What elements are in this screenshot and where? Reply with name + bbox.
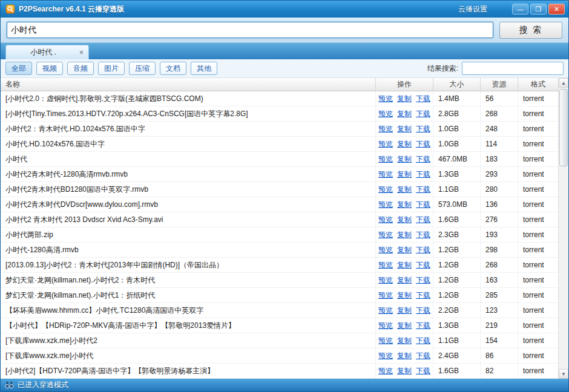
table-row[interactable]: 小时代2青木时代DVDscr[www.dylou.com].rmvb 预览 复制… <box>1 197 558 212</box>
copy-link[interactable]: 复制 <box>397 109 412 119</box>
table-row[interactable]: 【小时代】【HDRip-720P-MKV高清-国语中字】【郭敬明2013爱情片】… <box>1 318 558 333</box>
preview-link[interactable]: 预览 <box>378 290 393 301</box>
preview-link[interactable]: 预览 <box>378 245 393 255</box>
table-row[interactable]: 小时代2 青木时代 2013 Dvdscr Xvid Ac3-Smy.avi 预… <box>1 212 558 227</box>
preview-link[interactable]: 预览 <box>378 185 393 195</box>
table-row[interactable]: [下载库www.xzk.me]小时代 预览 复制 下载 2.4GB 86 tor… <box>1 348 558 364</box>
table-row[interactable]: 小时代 预览 复制 下载 467.0MB 183 torrent <box>1 152 558 167</box>
download-link[interactable]: 下载 <box>416 336 430 346</box>
download-link[interactable]: 下载 <box>416 275 430 286</box>
copy-link[interactable]: 复制 <box>397 351 412 361</box>
preview-link[interactable]: 预览 <box>378 321 393 331</box>
download-link[interactable]: 下载 <box>416 230 430 240</box>
minimize-button[interactable]: — <box>512 4 528 15</box>
header-format[interactable]: 格式 <box>518 78 558 91</box>
download-link[interactable]: 下载 <box>416 154 430 165</box>
copy-link[interactable]: 复制 <box>397 124 412 134</box>
table-row[interactable]: [下载库www.xzk.me]小时代2 预览 复制 下载 1.1GB 154 t… <box>1 333 558 348</box>
copy-link[interactable]: 复制 <box>397 321 412 331</box>
download-link[interactable]: 下载 <box>416 94 430 104</box>
table-row[interactable]: 【坏坏美眉www.hhmm.cc】小时代.TC1280高清国语中英双字 预览 复… <box>1 303 558 318</box>
preview-link[interactable]: 预览 <box>378 351 393 361</box>
preview-link[interactable]: 预览 <box>378 215 393 225</box>
copy-link[interactable]: 复制 <box>397 215 412 225</box>
vertical-scrollbar[interactable]: ▲ ▼ <box>558 78 568 379</box>
scroll-up-icon[interactable]: ▲ <box>559 78 568 88</box>
preview-link[interactable]: 预览 <box>378 154 393 165</box>
download-link[interactable]: 下载 <box>416 245 430 255</box>
download-link[interactable]: 下载 <box>416 200 430 210</box>
preview-link[interactable]: 预览 <box>378 275 393 286</box>
preview-link[interactable]: 预览 <box>378 109 393 119</box>
preview-link[interactable]: 预览 <box>378 336 393 346</box>
copy-link[interactable]: 复制 <box>397 275 412 286</box>
copy-link[interactable]: 复制 <box>397 230 412 240</box>
download-link[interactable]: 下载 <box>416 260 430 270</box>
preview-link[interactable]: 预览 <box>378 260 393 270</box>
download-link[interactable]: 下载 <box>416 169 430 180</box>
download-link[interactable]: 下载 <box>416 185 430 195</box>
scrollbar-track[interactable] <box>559 88 568 369</box>
copy-link[interactable]: 复制 <box>397 200 412 210</box>
cloud-settings-link[interactable]: 云播设置 <box>458 4 487 15</box>
table-row[interactable]: [2013.09.13]小时代2：青木时代[2013年中国剧情(HD)]（帝国出… <box>1 258 558 273</box>
filter-button-0[interactable]: 全部 <box>5 62 32 75</box>
copy-link[interactable]: 复制 <box>397 169 412 180</box>
table-row[interactable]: 小时代2青木时代BD1280国语中英双字.rmvb 预览 复制 下载 1.1GB… <box>1 182 558 197</box>
preview-link[interactable]: 预览 <box>378 366 393 376</box>
copy-link[interactable]: 复制 <box>397 260 412 270</box>
preview-link[interactable]: 预览 <box>378 124 393 134</box>
copy-link[interactable]: 复制 <box>397 139 412 149</box>
header-size[interactable]: 大小 <box>433 78 481 91</box>
copy-link[interactable]: 复制 <box>397 245 412 255</box>
filter-button-5[interactable]: 文档 <box>160 62 186 75</box>
header-resources[interactable]: 资源 <box>481 78 518 91</box>
copy-link[interactable]: 复制 <box>397 366 412 376</box>
preview-link[interactable]: 预览 <box>378 139 393 149</box>
download-link[interactable]: 下载 <box>416 290 430 301</box>
table-row[interactable]: 小时代2：青木时代.HD.1024x576.国语中字 预览 复制 下载 1.0G… <box>1 122 558 137</box>
copy-link[interactable]: 复制 <box>397 94 412 104</box>
table-row[interactable]: 梦幻天堂·龙网(killman.net).小时代1：折纸时代 预览 复制 下载 … <box>1 288 558 303</box>
preview-link[interactable]: 预览 <box>378 305 393 316</box>
table-row[interactable]: [小时代2.0：虚铜时代].郭敬明.文字版(圣城家园BTSCG.COM) 预览 … <box>1 91 558 106</box>
table-row[interactable]: [小时代]Tiny.Times.2013.HDTV.720p.x264.AC3-… <box>1 106 558 122</box>
filter-button-3[interactable]: 图片 <box>98 62 125 75</box>
filter-button-2[interactable]: 音频 <box>67 62 94 75</box>
table-row[interactable]: 小时代-1280高清.rmvb 预览 复制 下载 1.2GB 298 torre… <box>1 243 558 258</box>
download-link[interactable]: 下载 <box>416 366 430 376</box>
copy-link[interactable]: 复制 <box>397 290 412 301</box>
scrollbar-thumb[interactable] <box>559 89 568 166</box>
preview-link[interactable]: 预览 <box>378 169 393 180</box>
table-row[interactable]: 小时代两部.zip 预览 复制 下载 2.3GB 193 torrent <box>1 227 558 243</box>
tab-close-icon[interactable]: × <box>76 48 84 57</box>
header-actions[interactable]: 操作 <box>376 78 433 91</box>
table-row[interactable]: 小时代2青木时代-1280高清rmvb.rmvb 预览 复制 下载 1.3GB … <box>1 167 558 182</box>
header-name[interactable]: 名称 <box>1 78 376 91</box>
close-button[interactable]: ✕ <box>548 4 565 15</box>
search-input[interactable] <box>7 22 493 38</box>
maximize-button[interactable]: ❐ <box>530 4 547 15</box>
preview-link[interactable]: 预览 <box>378 230 393 240</box>
search-button[interactable]: 搜 索 <box>499 22 562 39</box>
download-link[interactable]: 下载 <box>416 109 430 119</box>
filter-button-6[interactable]: 其他 <box>191 62 217 75</box>
table-row[interactable]: [小时代2]【HDTV-720P高清-国语中字】【郭敬明景涛杨幂主演】 预览 复… <box>1 364 558 379</box>
preview-link[interactable]: 预览 <box>378 200 393 210</box>
copy-link[interactable]: 复制 <box>397 336 412 346</box>
filter-button-1[interactable]: 视频 <box>36 62 63 75</box>
preview-link[interactable]: 预览 <box>378 94 393 104</box>
download-link[interactable]: 下载 <box>416 351 430 361</box>
result-search-input[interactable] <box>462 62 564 75</box>
copy-link[interactable]: 复制 <box>397 305 412 316</box>
table-row[interactable]: 小时代.HD.1024x576.国语中字 预览 复制 下载 1.0GB 114 … <box>1 137 558 152</box>
download-link[interactable]: 下载 <box>416 321 430 331</box>
copy-link[interactable]: 复制 <box>397 154 412 165</box>
tab-result[interactable]: 小时代 . × <box>5 45 89 59</box>
scroll-down-icon[interactable]: ▼ <box>559 369 568 379</box>
table-row[interactable]: 梦幻天堂·龙网(killman.net).小时代2：青木时代 预览 复制 下载 … <box>1 273 558 288</box>
copy-link[interactable]: 复制 <box>397 185 412 195</box>
download-link[interactable]: 下载 <box>416 305 430 316</box>
filter-button-4[interactable]: 压缩 <box>129 62 156 75</box>
download-link[interactable]: 下载 <box>416 139 430 149</box>
